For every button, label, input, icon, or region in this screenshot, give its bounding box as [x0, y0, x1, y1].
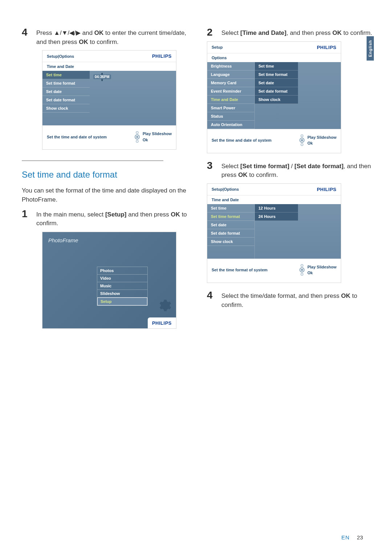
footer-hint: Set the time and date of system [47, 135, 107, 139]
nav-ok: Ok [307, 270, 336, 276]
menu-item[interactable]: Show clock [42, 104, 90, 113]
step-text: Select the time/date format, and then pr… [221, 290, 374, 309]
nav-ok: Ok [143, 137, 172, 143]
menu-item[interactable]: Set date format [42, 96, 90, 104]
step-number: 4 [207, 290, 215, 309]
philips-logo: PHILIPS [152, 53, 172, 59]
menu-item[interactable]: Set date [207, 221, 254, 229]
right-column: 2 Select [Time and Date], and then press… [207, 27, 374, 336]
logo-wrap: PHILIPS [148, 317, 176, 328]
shot-subheader: Time and Date [42, 62, 176, 71]
screenshot-setup-options: Setup PHILIPS Options Brightness Languag… [207, 41, 341, 153]
left-step-1: 1 In the main menu, select [Setup] and t… [22, 209, 189, 228]
shot-breadcrumb: Setup|Options [47, 54, 74, 58]
menu-item[interactable]: Event Reminder [207, 87, 254, 96]
footer-lang: EN [341, 534, 350, 540]
language-tab: English [367, 36, 374, 61]
submenu-item[interactable]: Show clock [255, 96, 298, 104]
submenu-item[interactable]: 12 Hours [255, 204, 298, 212]
menu-item-selected[interactable]: Set time format [207, 212, 254, 221]
menu-item[interactable]: Music [97, 282, 147, 290]
menu-item[interactable]: Show clock [207, 238, 254, 246]
nav-play-slideshow: Play Slideshow [143, 131, 172, 137]
philips-logo: PHILIPS [317, 187, 336, 192]
menu-item[interactable]: Auto Orientation [207, 121, 254, 129]
nav-circles-icon [135, 131, 140, 143]
menu-area: Set time Set time format Set date Set da… [42, 71, 176, 125]
shot-breadcrumb: Setup|Options [212, 187, 239, 191]
nav-circles-icon [299, 264, 305, 276]
screenshot-main-menu: PhotoFrame Photos Video Music Slideshow … [42, 232, 176, 329]
submenu-item[interactable]: Set time [255, 62, 298, 70]
menu-area: Brightness Language Memory Card Event Re… [207, 62, 341, 129]
gear-icon [156, 298, 172, 313]
photoframe-title: PhotoFrame [42, 232, 176, 248]
page-footer: EN23 [341, 534, 363, 540]
right-step-3: 3 Select [Set time format] / [Set date f… [207, 161, 374, 180]
submenu-item[interactable]: Set time format [255, 70, 298, 79]
footer-hint: Set the time format of system [212, 268, 268, 272]
menu-col-2: Set time Set time format Set date Set da… [254, 62, 298, 129]
main-menu: Photos Video Music Slideshow Setup [97, 267, 148, 306]
dpad-arrows: ▲/▼/◀/▶ [54, 29, 81, 36]
submenu-item[interactable]: Set date [255, 79, 298, 87]
footer-hint: Set the time and date of system [212, 138, 271, 142]
philips-logo: PHILIPS [317, 45, 336, 50]
step-text: Press ▲/▼/◀/▶ and OK to enter the curren… [36, 27, 189, 46]
menu-item[interactable]: Set date format [207, 229, 254, 238]
time-spinner[interactable]: ▲ 04:36PM ▼ [93, 72, 111, 81]
section-heading: Set time and date format [22, 170, 189, 180]
nav-widget: Play Slideshow Ok [299, 264, 336, 276]
menu-col-1: Brightness Language Memory Card Event Re… [207, 62, 254, 129]
menu-item[interactable]: Status [207, 112, 254, 121]
menu-col-1: Set time Set time format Set date Set da… [207, 204, 254, 259]
step-number: 3 [207, 161, 215, 180]
shot-breadcrumb: Setup [212, 45, 223, 49]
submenu-item[interactable]: Set date format [255, 87, 298, 96]
footer-page-number: 23 [357, 534, 363, 540]
nav-widget: Play Slideshow Ok [135, 131, 172, 143]
step-number: 1 [22, 209, 30, 228]
nav-circles-icon [299, 134, 305, 146]
menu-col-1: Set time Set time format Set date Set da… [42, 71, 90, 125]
menu-item[interactable]: Memory Card [207, 79, 254, 87]
step-number: 4 [22, 27, 30, 46]
menu-area: Set time Set time format Set date Set da… [207, 204, 341, 259]
menu-col-2: 12 Hours 24 Hours [254, 204, 298, 259]
section-intro: You can set the format of the time and d… [22, 186, 189, 204]
menu-item[interactable]: Set time [207, 204, 254, 212]
step-text: Select [Set time format] / [Set date for… [221, 161, 374, 180]
nav-widget: Play Slideshow Ok [299, 134, 336, 146]
shot-subheader: Time and Date [207, 195, 341, 204]
step-text: In the main menu, select [Setup] and the… [36, 209, 189, 228]
right-step-4: 4 Select the time/date format, and then … [207, 290, 374, 309]
screenshot-set-time: Setup|Options PHILIPS Time and Date Set … [42, 50, 176, 150]
spinner-down-icon[interactable]: ▼ [93, 79, 111, 81]
screenshot-time-format: Setup|Options PHILIPS Time and Date Set … [207, 183, 341, 283]
menu-item[interactable]: Slideshow [97, 290, 147, 297]
menu-item[interactable]: Video [97, 275, 147, 282]
step-text: Select [Time and Date], and then press O… [221, 27, 372, 38]
left-column: 4 Press ▲/▼/◀/▶ and OK to enter the curr… [22, 27, 189, 336]
menu-item[interactable]: Photos [97, 267, 147, 275]
submenu-item[interactable]: 24 Hours [255, 212, 298, 221]
menu-item[interactable]: Set time format [42, 79, 90, 88]
menu-item[interactable]: Smart Power [207, 104, 254, 112]
step-number: 2 [207, 27, 215, 38]
philips-logo: PHILIPS [152, 320, 172, 326]
menu-item-selected[interactable]: Setup [97, 297, 147, 305]
right-step-2: 2 Select [Time and Date], and then press… [207, 27, 374, 38]
menu-item[interactable]: Set time [42, 71, 90, 79]
menu-item[interactable]: Language [207, 70, 254, 79]
nav-ok: Ok [307, 140, 336, 146]
left-step-4: 4 Press ▲/▼/◀/▶ and OK to enter the curr… [22, 27, 189, 46]
menu-item[interactable]: Brightness [207, 62, 254, 70]
menu-item[interactable]: Set date [42, 88, 90, 96]
menu-item-selected[interactable]: Time and Date [207, 96, 254, 104]
nav-play-slideshow: Play Slideshow [307, 264, 336, 270]
section-divider [22, 161, 163, 161]
shot-subheader: Options [207, 53, 341, 62]
nav-play-slideshow: Play Slideshow [307, 134, 336, 141]
